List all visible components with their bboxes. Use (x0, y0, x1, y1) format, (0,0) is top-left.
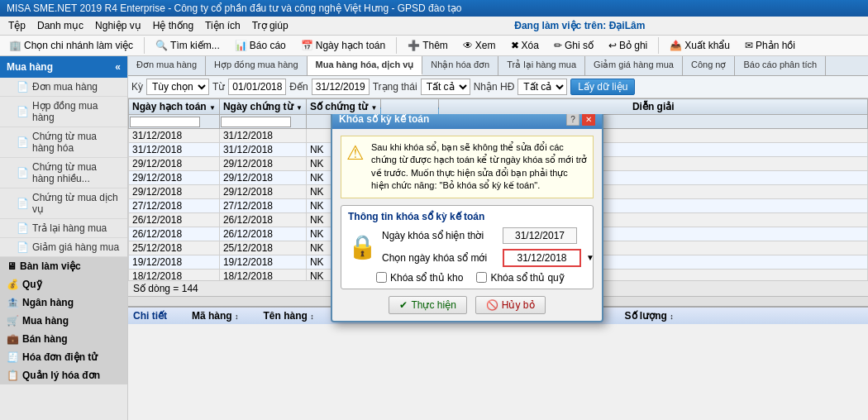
col-ngay-ht[interactable]: Ngày hạch toán ▼ (129, 99, 220, 115)
discount-icon: 📄 (17, 241, 29, 253)
modal-dialog: Khóa sổ kỳ kế toán ? ✕ ⚠ Sau khi khóa sổ… (331, 107, 603, 322)
view-button[interactable]: 👁 Xem (457, 37, 502, 54)
lock-icon: 🔒 (348, 233, 377, 260)
sidebar-item-tra-lai[interactable]: 📄 Trả lại hàng mua (0, 219, 127, 238)
add-button[interactable]: ➕ Thêm (402, 37, 454, 54)
nhan-hd-select[interactable]: Tất cả (517, 79, 567, 95)
menu-danh-muc[interactable]: Danh mục (32, 18, 88, 33)
export-button[interactable]: 📤 Xuất khẩu (664, 37, 736, 54)
sidebar-group-quy[interactable]: 💰 Quỹ (0, 275, 127, 294)
menu-tien-ich[interactable]: Tiện ích (200, 18, 246, 33)
group-label: Bán hàng (22, 333, 68, 345)
post-label: Ghi số (565, 40, 594, 51)
menu-nghiep-vu[interactable]: Nghiệp vụ (90, 18, 146, 33)
checkbox2[interactable] (476, 272, 487, 283)
sidebar-group-ban-lam-viec[interactable]: 🖥 Bàn làm việc (0, 257, 127, 275)
tab-tra-lai[interactable]: Trả lại hàng mua (498, 56, 585, 75)
sidebar-item-chung-tu-dich-vu[interactable]: 📄 Chứng từ mua dịch vụ (0, 189, 127, 219)
tab-cong-no[interactable]: Công nợ (683, 56, 735, 75)
dropdown-icon[interactable]: ▼ (586, 253, 594, 262)
sidebar-item-don-mua-hang[interactable]: 📄 Đơn mua hàng (0, 78, 127, 97)
sidebar-collapse-icon[interactable]: « (115, 61, 121, 73)
cell-ngay-ht: 29/12/2018 (129, 157, 220, 171)
checkbox2-label[interactable]: Khóa sổ thủ quỹ (476, 272, 564, 284)
tu-input[interactable] (228, 79, 286, 95)
view-label: Xem (475, 40, 496, 51)
sidebar-item-chung-tu-mua-hang-hoa[interactable]: 📄 Chứng từ mua hàng hóa (0, 127, 127, 158)
sidebar-item-chung-tu-nhieu[interactable]: 📄 Chứng từ mua hàng nhiều... (0, 158, 127, 189)
sidebar-item-label: Đơn mua hàng (32, 81, 98, 93)
export-icon: 📤 (670, 40, 682, 51)
tab-bao-cao[interactable]: Báo cáo phân tích (735, 56, 826, 75)
delete-button[interactable]: ✖ Xóa (505, 37, 545, 54)
tab-mua-hang-hoa[interactable]: Mua hàng hóa, dịch vụ (308, 56, 423, 75)
sidebar-group-ban-hang[interactable]: 💼 Bán hàng (0, 330, 127, 348)
col-dien-giai[interactable]: Diễn giải (439, 99, 868, 115)
trang-thai-select[interactable]: Tất cả (421, 79, 470, 95)
bank-icon: 🏦 (7, 297, 19, 308)
delete-label: Xóa (522, 40, 539, 51)
thuc-hien-button[interactable]: ✔ Thực hiện (389, 296, 466, 314)
feedback-button[interactable]: ✉ Phản hồi (739, 37, 801, 54)
separator-2 (396, 37, 397, 54)
report-button[interactable]: 📊 Báo cáo (229, 37, 292, 54)
menu-tro-giup[interactable]: Trợ giúp (247, 18, 293, 33)
sidebar-item-label: Trả lại hàng mua (32, 222, 107, 234)
sidebar-group-mua-hang[interactable]: 🛒 Mua hàng (0, 312, 127, 330)
den-input[interactable] (312, 79, 370, 95)
service-icon: 📄 (17, 198, 29, 209)
sales-icon: 💼 (7, 333, 19, 345)
huy-bo-label: Hủy bỏ (502, 299, 535, 311)
sidebar-group-hoa-don-dt[interactable]: 🧾 Hóa đơn điện tử (0, 348, 127, 366)
tab-bar: Đơn mua hàng Hợp đồng mua hàng Mua hàng … (128, 56, 868, 76)
tab-hop-dong[interactable]: Hợp đồng mua hàng (206, 56, 307, 75)
detail-col-ma-hang: Mã hàng ↕ (192, 310, 239, 322)
sidebar-group-ngan-hang[interactable]: 🏦 Ngân hàng (0, 294, 127, 312)
checkbox1[interactable] (376, 272, 387, 283)
tab-giam-gia[interactable]: Giảm giá hàng mua (585, 56, 683, 75)
col-ngay-ct[interactable]: Ngày chứng từ ▼ (219, 99, 306, 115)
tab-don-mua-hang[interactable]: Đơn mua hàng (128, 56, 206, 75)
post-button[interactable]: ✏ Ghi số (548, 37, 599, 54)
cell-ngay-ct: 19/12/2018 (219, 255, 306, 270)
lay-du-lieu-button[interactable]: Lấy dữ liệu (570, 79, 635, 95)
cell-ngay-ht: 29/12/2018 (129, 185, 220, 199)
modal-warning: ⚠ Sau khi khóa sổ, bạn sẽ không thể sửa … (341, 136, 594, 198)
branch-button[interactable]: 🏢 Chọn chi nhánh làm việc (3, 37, 139, 54)
sidebar-item-giam-gia[interactable]: 📄 Giảm giá hàng mua (0, 238, 127, 257)
calendar-button[interactable]: 📅 Ngày hạch toán (295, 37, 391, 54)
col-so-ct[interactable]: Số chứng từ ▼ (306, 99, 381, 115)
cell-ngay-ht: 26/12/2018 (129, 227, 220, 241)
tab-nhan-hoa-don[interactable]: Nhận hóa đơn (422, 56, 498, 75)
cell-ngay-ht: 19/12/2018 (129, 255, 220, 270)
filter-bar: Kỳ Tùy chọn Từ Đến Trạng thái Tất cả Nhậ… (128, 76, 868, 98)
cell-ngay-ct: 31/12/2018 (219, 143, 306, 157)
sidebar-title: Mua hàng (7, 61, 53, 73)
modal-buttons: ✔ Thực hiện 🚫 Hủy bỏ (341, 296, 594, 314)
cell-ngay-ct: 29/12/2018 (219, 185, 306, 199)
sidebar-item-label: Chứng từ mua hàng hóa (32, 131, 121, 154)
menu-he-thong[interactable]: Hệ thống (148, 18, 198, 33)
huy-bo-button[interactable]: 🚫 Hủy bỏ (475, 296, 546, 314)
toolbar: 🏢 Chọn chi nhánh làm việc 🔍 Tìm kiếm... … (0, 36, 868, 56)
calendar-label: Ngày hạch toán (316, 40, 385, 51)
export-label: Xuất khẩu (684, 40, 730, 51)
unpost-button[interactable]: ↩ Bỏ ghi (603, 37, 653, 54)
modal-section: Thông tin khóa sổ kỳ kế toán 🔒 Ngày khóa… (341, 205, 594, 289)
search-button[interactable]: 🔍 Tìm kiếm... (150, 37, 226, 54)
ky-select[interactable]: Tùy chọn (146, 79, 209, 95)
voucher-icon: 📄 (17, 136, 29, 148)
checkbox1-label[interactable]: Khóa sổ thủ kho (376, 272, 463, 284)
modal-field-row-1: Ngày khóa sổ hiện thời 31/12/2017 (382, 227, 594, 244)
field1-value: 31/12/2017 (503, 227, 577, 244)
cell-ngay-ct: 29/12/2018 (219, 171, 306, 185)
sidebar-group-quan-ly-hoa-don[interactable]: 📋 Quản lý hóa đơn (0, 366, 127, 384)
sidebar-item-label: Giảm giá hàng mua (32, 241, 119, 253)
menu-tep[interactable]: Tệp (3, 18, 31, 33)
title-bar: MISA SME.NET 2019 R4 Enterprise - Công t… (0, 0, 868, 17)
separator-1 (144, 37, 145, 54)
sidebar-item-hop-dong-mua-hang[interactable]: 📄 Hợp đồng mua hàng (0, 97, 127, 127)
cell-ngay-ct: 27/12/2018 (219, 199, 306, 213)
field2-input[interactable] (503, 249, 581, 267)
add-icon: ➕ (408, 40, 420, 51)
